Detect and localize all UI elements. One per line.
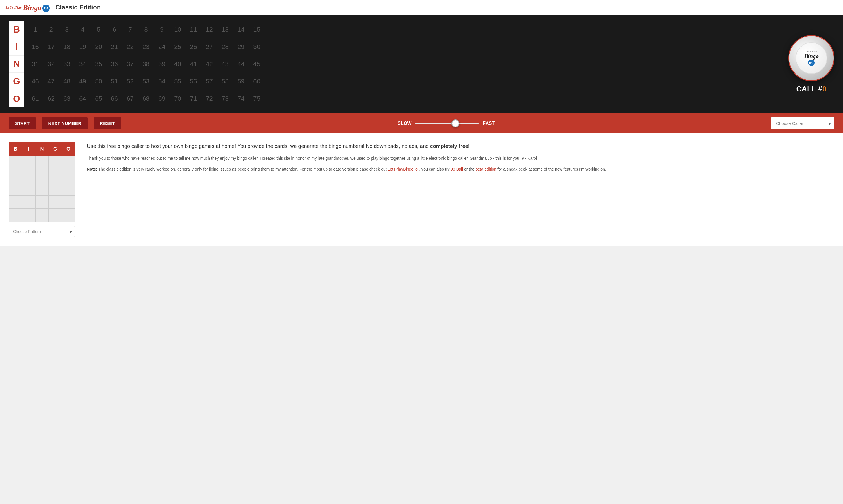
number-cell-11: 11: [185, 21, 201, 38]
letter-n: N: [8, 55, 24, 73]
number-cell-69: 69: [154, 90, 170, 107]
speed-control: SLOW FAST: [127, 121, 765, 126]
mini-cell: [35, 169, 49, 182]
number-cell-3: 3: [59, 21, 75, 38]
ball-badge: B·7: [808, 59, 814, 66]
ball-bingo-text: Bingo: [804, 53, 819, 59]
number-cell-63: 63: [59, 90, 75, 107]
mini-cell: [35, 195, 49, 209]
number-cell-19: 19: [75, 38, 91, 55]
mini-cell: [9, 209, 22, 222]
number-cell-49: 49: [75, 73, 91, 90]
number-cell-59: 59: [233, 73, 249, 90]
number-cell-27: 27: [201, 38, 217, 55]
number-cell-42: 42: [201, 55, 217, 73]
number-cell-51: 51: [106, 73, 122, 90]
choose-pattern-select[interactable]: Choose Pattern Any Line Blackout Letter …: [8, 226, 75, 237]
number-cell-2: 2: [43, 21, 59, 38]
number-cell-38: 38: [138, 55, 154, 73]
number-cell-10: 10: [170, 21, 185, 38]
logo-badge: B·7: [42, 5, 50, 12]
number-cell-55: 55: [170, 73, 185, 90]
number-cell-66: 66: [106, 90, 122, 107]
bingo-ball: Let's Play Bingo B·7: [788, 35, 835, 81]
mini-cell: [49, 182, 62, 195]
number-cell-25: 25: [170, 38, 185, 55]
beta-edition-link[interactable]: beta edition: [476, 167, 496, 172]
ball-display: Let's Play Bingo B·7 CALL #0: [788, 35, 835, 93]
mini-cell: [62, 169, 75, 182]
app-header: Let's Play BingoB·7 Classic Edition: [0, 0, 843, 15]
mini-cell: [49, 195, 62, 209]
next-number-button[interactable]: NEXT NUMBER: [42, 118, 88, 129]
letter-i: I: [8, 38, 24, 55]
board-section: B I N G O 123456789101112131415161718192…: [0, 15, 843, 113]
number-cell-4: 4: [75, 21, 91, 38]
mini-cell: [22, 169, 35, 182]
mini-cell: [22, 195, 35, 209]
number-cell-68: 68: [138, 90, 154, 107]
number-cell-39: 39: [154, 55, 170, 73]
desc-bold: completely free: [430, 143, 468, 149]
mini-cell: [62, 156, 75, 169]
bingo-numbers-grid: 1234567891011121314151617181920212223242…: [27, 21, 265, 107]
number-cell-5: 5: [91, 21, 106, 38]
mini-header-g: G: [49, 142, 62, 156]
90ball-link[interactable]: 90 Ball: [451, 167, 463, 172]
mini-cell: [62, 195, 75, 209]
caller-select-wrapper: Choose Caller Caller 1 Caller 2 Caller 3…: [771, 117, 835, 129]
mini-cell: [49, 169, 62, 182]
number-cell-30: 30: [249, 38, 265, 55]
start-button[interactable]: START: [8, 118, 36, 129]
number-cell-36: 36: [106, 55, 122, 73]
mini-cell: [35, 182, 49, 195]
number-cell-9: 9: [154, 21, 170, 38]
number-cell-71: 71: [185, 90, 201, 107]
description-area: Use this free bingo caller to host your …: [87, 142, 835, 173]
note-or-text: or the: [464, 167, 476, 172]
number-cell-7: 7: [122, 21, 138, 38]
desc-end: !: [468, 143, 469, 149]
number-cell-72: 72: [201, 90, 217, 107]
note-bold: Note:: [87, 167, 97, 172]
bingo-letters: B I N G O: [8, 21, 24, 107]
number-cell-13: 13: [217, 21, 233, 38]
number-cell-52: 52: [122, 73, 138, 90]
number-cell-65: 65: [91, 90, 106, 107]
number-cell-53: 53: [138, 73, 154, 90]
number-cell-73: 73: [217, 90, 233, 107]
mini-cell: [9, 156, 22, 169]
lower-section: B I N G O: [0, 133, 843, 246]
number-cell-75: 75: [249, 90, 265, 107]
slow-label: SLOW: [398, 121, 411, 126]
number-cell-21: 21: [106, 38, 122, 55]
number-cell-40: 40: [170, 55, 185, 73]
number-cell-29: 29: [233, 38, 249, 55]
number-cell-1: 1: [27, 21, 43, 38]
number-cell-62: 62: [43, 90, 59, 107]
logo-area: Let's Play BingoB·7 Classic Edition: [6, 3, 101, 12]
reset-button[interactable]: RESET: [93, 118, 121, 129]
number-cell-6: 6: [106, 21, 122, 38]
desc-main-text: Use this free bingo caller to host your …: [87, 143, 430, 149]
number-cell-61: 61: [27, 90, 43, 107]
mini-cell: [35, 156, 49, 169]
letter-g: G: [8, 73, 24, 90]
letter-b: B: [8, 21, 24, 38]
speed-slider[interactable]: [415, 123, 479, 124]
mini-header-n: N: [35, 142, 49, 156]
mini-cell: [22, 156, 35, 169]
number-cell-8: 8: [138, 21, 154, 38]
mini-header-o: O: [62, 142, 75, 156]
number-cell-23: 23: [138, 38, 154, 55]
number-cell-15: 15: [249, 21, 265, 38]
number-cell-35: 35: [91, 55, 106, 73]
mini-card-header: B I N G O: [9, 142, 75, 156]
number-cell-43: 43: [217, 55, 233, 73]
number-cell-70: 70: [170, 90, 185, 107]
letsplaybingo-link[interactable]: LetsPlayBingo.io: [388, 167, 418, 172]
number-cell-28: 28: [217, 38, 233, 55]
number-cell-22: 22: [122, 38, 138, 55]
mini-header-b: B: [9, 142, 22, 156]
caller-select[interactable]: Choose Caller Caller 1 Caller 2 Caller 3: [771, 117, 835, 129]
